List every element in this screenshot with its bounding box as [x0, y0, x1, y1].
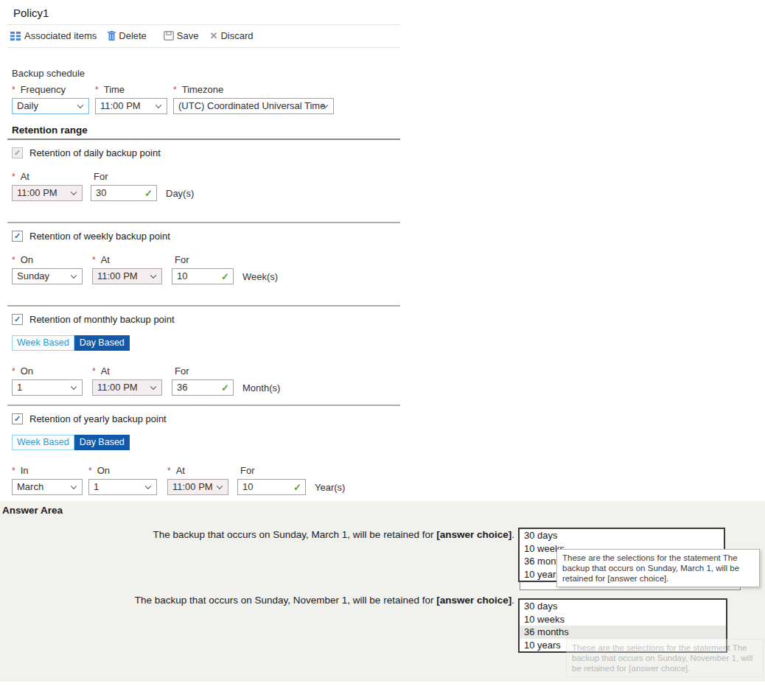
- daily-at-select[interactable]: 11:00 PM: [12, 185, 83, 201]
- daily-at-label: At: [21, 171, 29, 182]
- valid-check-icon: ✓: [221, 270, 229, 284]
- frequency-label: Frequency: [21, 84, 66, 95]
- option-10-weeks[interactable]: 10 weeks: [520, 613, 726, 626]
- daily-retention-checkbox[interactable]: ✓: [12, 147, 23, 158]
- timezone-select[interactable]: (UTC) Coordinated Universal Time: [173, 98, 334, 114]
- backup-schedule-heading: Backup schedule: [12, 68, 765, 79]
- associated-items-button[interactable]: Associated items: [10, 30, 97, 41]
- trash-icon: [108, 31, 116, 41]
- divider: [7, 47, 400, 48]
- monthly-at-select[interactable]: 11:00 PM: [92, 379, 162, 396]
- daily-unit-label: Day(s): [166, 188, 194, 199]
- yearly-for-label: For: [240, 465, 255, 476]
- time-value: 11:00 PM: [100, 100, 141, 111]
- weekly-for-input[interactable]: 10 ✓: [172, 268, 234, 284]
- option-36-months[interactable]: 36 months: [520, 626, 726, 639]
- daily-at-value: 11:00 PM: [17, 187, 57, 198]
- weekly-on-select[interactable]: Sunday: [12, 268, 83, 284]
- chevron-down-icon: [71, 273, 77, 279]
- yearly-unit-label: Year(s): [315, 482, 345, 493]
- weekly-retention-checkbox[interactable]: ✓: [12, 231, 23, 242]
- required-marker: *: [12, 366, 15, 377]
- time-select[interactable]: 11:00 PM: [95, 98, 167, 114]
- weekly-for-value: 10: [177, 270, 187, 281]
- check-icon: ✓: [14, 231, 21, 241]
- discard-label: Discard: [220, 30, 253, 41]
- required-marker: *: [95, 85, 99, 95]
- yearly-tab-day-based[interactable]: Day Based: [74, 435, 130, 450]
- monthly-at-value: 11:00 PM: [97, 382, 138, 393]
- monthly-at-label: At: [101, 365, 110, 377]
- daily-for-label: For: [94, 171, 108, 182]
- close-icon: ✕: [209, 30, 217, 41]
- weekly-for-label: For: [175, 254, 189, 265]
- valid-check-icon: ✓: [221, 381, 229, 396]
- monthly-retention-checkbox[interactable]: ✓: [12, 314, 23, 325]
- daily-retention-label: Retention of daily backup point: [29, 147, 161, 158]
- associated-items-label: Associated items: [24, 30, 97, 41]
- answer-choice-placeholder: [answer choice]: [436, 529, 511, 540]
- option-30-days[interactable]: 30 days: [520, 529, 724, 542]
- required-marker: *: [12, 255, 15, 265]
- option-30-days[interactable]: 30 days: [520, 600, 726, 613]
- monthly-tab-week-based[interactable]: Week Based: [12, 335, 74, 351]
- save-button[interactable]: Save: [164, 30, 199, 41]
- required-marker: *: [173, 85, 177, 95]
- discard-button[interactable]: ✕ Discard: [209, 30, 253, 41]
- valid-check-icon: ✓: [144, 186, 153, 201]
- monthly-for-input[interactable]: 36 ✓: [172, 379, 234, 396]
- chevron-down-icon: [150, 384, 156, 390]
- chevron-down-icon: [71, 189, 77, 195]
- frequency-select[interactable]: Daily: [12, 98, 89, 114]
- monthly-for-value: 36: [177, 382, 187, 393]
- divider: [7, 405, 400, 406]
- answer-choice-placeholder: [answer choice]: [436, 595, 511, 606]
- save-label: Save: [177, 30, 199, 41]
- timezone-value: (UTC) Coordinated Universal Time: [178, 100, 325, 111]
- retention-range-heading: Retention range: [12, 125, 765, 136]
- weekly-on-label: On: [21, 254, 33, 265]
- weekly-retention-label: Retention of weekly backup point: [29, 231, 170, 242]
- chevron-down-icon: [145, 483, 151, 489]
- yearly-retention-checkbox[interactable]: ✓: [12, 413, 23, 424]
- required-marker: *: [12, 172, 15, 182]
- time-label: Time: [104, 84, 125, 95]
- monthly-tab-day-based[interactable]: Day Based: [74, 335, 130, 351]
- yearly-at-select[interactable]: 11:00 PM: [167, 479, 228, 495]
- yearly-in-value: March: [17, 481, 43, 492]
- yearly-in-select[interactable]: March: [12, 479, 83, 495]
- monthly-retention-label: Retention of monthly backup point: [29, 314, 175, 325]
- monthly-unit-label: Month(s): [242, 382, 280, 393]
- daily-for-value: 30: [96, 187, 106, 198]
- required-marker: *: [12, 466, 15, 476]
- delete-label: Delete: [119, 30, 147, 41]
- question-1-tooltip: These are the selections for the stateme…: [556, 549, 760, 587]
- monthly-on-value: 1: [17, 382, 22, 393]
- delete-button[interactable]: Delete: [108, 30, 147, 41]
- statement-text: The backup that occurs on Sunday, Novemb…: [135, 595, 436, 606]
- divider: [7, 222, 400, 223]
- schedule-labels: *Frequency *Time *Timezone: [12, 84, 765, 95]
- check-icon: ✓: [14, 315, 21, 324]
- weekly-at-label: At: [101, 254, 110, 265]
- yearly-for-input[interactable]: 10 ✓: [237, 479, 306, 495]
- yearly-on-select[interactable]: 1: [88, 479, 157, 495]
- grid-icon: [10, 32, 21, 41]
- save-icon: [164, 31, 174, 41]
- yearly-in-label: In: [21, 465, 29, 476]
- yearly-on-value: 1: [94, 481, 99, 492]
- chevron-down-icon: [71, 384, 77, 390]
- daily-for-input[interactable]: 30 ✓: [91, 185, 157, 201]
- chevron-down-icon: [77, 102, 83, 108]
- required-marker: *: [92, 255, 96, 265]
- yearly-tab-week-based[interactable]: Week Based: [12, 435, 74, 450]
- monthly-for-label: For: [175, 365, 189, 377]
- monthly-basis-tabs: Week Based Day Based: [12, 335, 765, 351]
- yearly-at-label: At: [176, 465, 185, 476]
- monthly-on-select[interactable]: 1: [12, 379, 83, 396]
- weekly-unit-label: Week(s): [242, 271, 278, 282]
- yearly-retention-label: Retention of yearly backup point: [29, 413, 167, 424]
- weekly-at-select[interactable]: 11:00 PM: [92, 268, 162, 284]
- check-icon: ✓: [14, 414, 21, 424]
- required-marker: *: [92, 366, 96, 377]
